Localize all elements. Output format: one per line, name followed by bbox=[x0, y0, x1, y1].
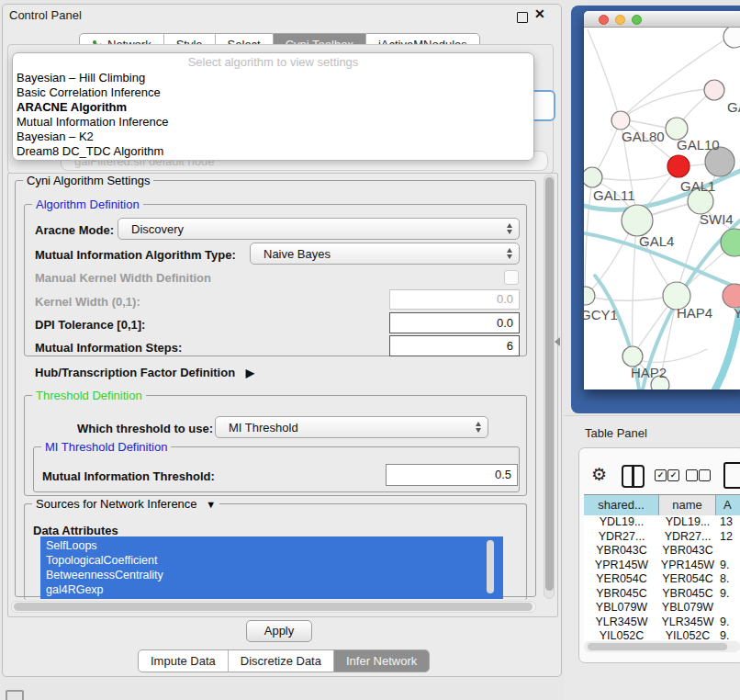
dropdown-item[interactable]: Mutual Information Inference bbox=[17, 115, 168, 130]
network-edge[interactable] bbox=[593, 171, 676, 180]
select-all-checkbox-icon[interactable]: ✓ bbox=[655, 469, 667, 481]
panel-collapse-arrow[interactable] bbox=[555, 337, 560, 346]
network-node[interactable] bbox=[663, 282, 690, 310]
attribute-item[interactable]: BetweennessCentrality bbox=[40, 568, 503, 582]
dpi-tolerance-label: DPI Tolerance [0,1]: bbox=[35, 318, 145, 332]
mi-threshold-field[interactable]: 0.5 bbox=[386, 464, 518, 486]
table-row[interactable]: YDR27...YDR27...12 bbox=[584, 530, 740, 545]
manual-kernel-label: Manual Kernel Width Definition bbox=[35, 271, 211, 285]
settings-hscrollbar-thumb[interactable] bbox=[14, 603, 533, 611]
table-row[interactable]: YBR043CYBR043C bbox=[584, 544, 740, 559]
dropdown-item-selected[interactable]: ARACNE Algorithm bbox=[17, 100, 127, 115]
attribute-item[interactable]: SelfLoops bbox=[40, 538, 503, 553]
network-node[interactable] bbox=[666, 118, 688, 140]
deselect-all-checkbox-icon[interactable] bbox=[686, 469, 698, 481]
tab-discretize-data[interactable]: Discretize Data bbox=[228, 650, 333, 672]
float-window-icon[interactable] bbox=[517, 12, 528, 23]
screen: Control Panel ✕ Network Style Select Cyn… bbox=[0, 0, 740, 700]
network-node[interactable] bbox=[723, 28, 740, 48]
algorithm-dropdown-popup: Select algorithm to view settings Bayesi… bbox=[12, 52, 534, 161]
network-node[interactable] bbox=[667, 155, 690, 177]
table-row[interactable]: YLR345WYLR345W9. bbox=[584, 615, 740, 630]
network-edge[interactable] bbox=[633, 349, 707, 362]
table-row[interactable]: YER054CYER054C8. bbox=[584, 572, 740, 587]
table-row[interactable]: YDL19...YDL19...13 bbox=[584, 515, 740, 530]
network-edge[interactable] bbox=[589, 296, 671, 300]
kernel-width-field[interactable]: 0.0 bbox=[389, 289, 520, 310]
split-columns-icon[interactable] bbox=[622, 465, 645, 488]
sources-title[interactable]: Sources for Network Inference ▼ bbox=[32, 497, 219, 511]
deselect-all-checkbox-icon[interactable] bbox=[699, 469, 711, 481]
network-node[interactable] bbox=[704, 80, 724, 100]
network-edge[interactable] bbox=[622, 89, 710, 119]
apply-button[interactable]: Apply bbox=[246, 620, 312, 642]
network-node[interactable] bbox=[584, 287, 595, 305]
stepper-arrows-icon bbox=[507, 248, 512, 259]
close-icon[interactable]: ✕ bbox=[534, 6, 545, 21]
network-node[interactable] bbox=[688, 188, 713, 214]
network-edge[interactable] bbox=[622, 126, 637, 217]
attribute-item[interactable]: gal4RGexp bbox=[40, 582, 503, 597]
dropdown-item[interactable]: Bayesian – K2 bbox=[17, 130, 94, 144]
network-node[interactable] bbox=[651, 376, 669, 390]
mi-threshold-definition-title: MI Threshold Definition bbox=[41, 440, 171, 454]
which-threshold-combo[interactable]: MI Threshold bbox=[215, 416, 488, 438]
kernel-width-label: Kernel Width (0,1): bbox=[35, 295, 140, 309]
mi-type-combo[interactable]: Naive Bayes bbox=[250, 243, 520, 265]
zoom-traffic-light[interactable] bbox=[632, 15, 642, 25]
network-node[interactable] bbox=[611, 111, 630, 130]
network-node[interactable] bbox=[705, 147, 734, 176]
attribute-item[interactable]: TopologicalCoefficient bbox=[40, 553, 503, 568]
tab-impute-data[interactable]: Impute Data bbox=[139, 650, 228, 672]
table-row[interactable]: YIL052CYIL052C9. bbox=[584, 629, 740, 640]
table-row[interactable]: YBR045CYBR045C9. bbox=[584, 587, 740, 602]
column-header-name[interactable]: name bbox=[659, 495, 716, 515]
chevron-right-icon: ▶ bbox=[246, 367, 254, 379]
dropdown-item[interactable]: Dream8 DC_TDC Algorithm bbox=[17, 144, 163, 159]
gear-icon[interactable]: ⚙ bbox=[591, 464, 607, 485]
dpi-tolerance-field[interactable]: 0.0 bbox=[389, 312, 520, 333]
aracne-mode-combo[interactable]: Discovery bbox=[118, 218, 520, 240]
stepper-arrows-icon bbox=[476, 422, 481, 433]
algorithm-definition-title: Algorithm Definition bbox=[32, 198, 143, 211]
document-icon[interactable] bbox=[723, 462, 740, 489]
aracne-mode-label: Aracne Mode: bbox=[35, 223, 114, 237]
cyni-algorithm-settings-title: Cyni Algorithm Settings bbox=[23, 174, 153, 187]
mi-type-label: Mutual Information Algorithm Type: bbox=[35, 248, 236, 262]
network-edge[interactable] bbox=[660, 298, 677, 381]
data-attributes-label: Data Attributes bbox=[33, 524, 118, 537]
network-edge[interactable] bbox=[622, 35, 733, 118]
network-node[interactable] bbox=[723, 284, 740, 308]
column-header-clipped[interactable]: A bbox=[716, 495, 740, 515]
manual-kernel-checkbox[interactable] bbox=[504, 270, 519, 285]
hub-section-toggle[interactable]: Hub/Transcription Factor Definition ▶ bbox=[35, 366, 254, 379]
mi-steps-label: Mutual Information Steps: bbox=[35, 341, 182, 355]
network-node[interactable] bbox=[584, 167, 602, 187]
table-row[interactable]: YBL079WYBL079W bbox=[584, 601, 740, 615]
table-row[interactable]: YPR145WYPR145W9. bbox=[584, 559, 740, 573]
table-body: YDL19...YDL19...13 YDR27...YDR27...12 YB… bbox=[584, 515, 740, 640]
attributes-list-scrollbar-thumb[interactable] bbox=[487, 540, 494, 593]
table-header: shared... name A bbox=[584, 494, 740, 516]
tab-infer-network[interactable]: Infer Network bbox=[333, 650, 429, 672]
threshold-definition-title: Threshold Definition bbox=[32, 389, 146, 402]
stepper-arrows-icon bbox=[507, 223, 512, 234]
network-node[interactable] bbox=[622, 205, 653, 236]
settings-vscrollbar-thumb[interactable] bbox=[545, 177, 554, 591]
mi-steps-field[interactable]: 6 bbox=[389, 335, 520, 356]
network-edge[interactable] bbox=[715, 310, 740, 390]
network-canvas[interactable] bbox=[584, 28, 740, 390]
clipped-bottom-left-icon bbox=[6, 690, 24, 700]
network-edge[interactable] bbox=[633, 222, 636, 353]
minimize-traffic-light[interactable] bbox=[615, 15, 625, 25]
network-window-titlebar[interactable] bbox=[584, 11, 740, 28]
network-node[interactable] bbox=[622, 346, 643, 367]
table-hscrollbar-thumb[interactable] bbox=[588, 643, 727, 650]
network-edge[interactable] bbox=[588, 29, 619, 117]
select-all-checkbox-icon[interactable]: ✓ bbox=[667, 469, 679, 481]
data-attributes-list: SelfLoops TopologicalCoefficient Between… bbox=[40, 536, 503, 599]
dropdown-item[interactable]: Bayesian – Hill Climbing bbox=[17, 71, 145, 85]
dropdown-item[interactable]: Basic Correlation Inference bbox=[17, 85, 161, 100]
close-traffic-light[interactable] bbox=[599, 15, 609, 25]
column-header-shared-name[interactable]: shared... bbox=[584, 495, 659, 515]
